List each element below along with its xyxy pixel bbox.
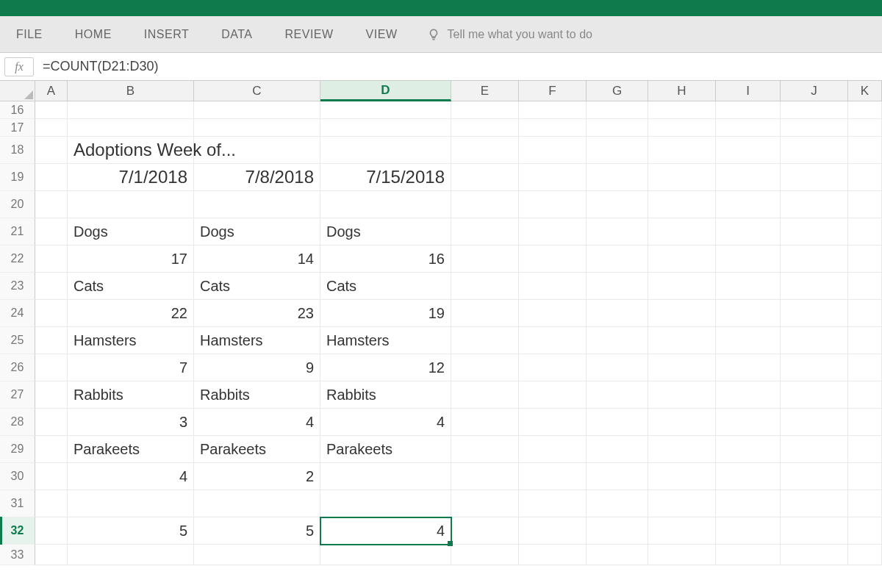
cell-I23[interactable] [716, 273, 781, 300]
col-header-B[interactable]: B [68, 81, 194, 101]
cell-J29[interactable] [781, 436, 848, 463]
cell-A29[interactable] [35, 436, 68, 463]
cell-G16[interactable] [587, 101, 648, 119]
cell-J23[interactable] [781, 273, 848, 300]
cell-C33[interactable] [194, 545, 320, 565]
cell-G21[interactable] [587, 218, 648, 245]
row-header-27[interactable]: 27 [0, 381, 35, 409]
row-header-30[interactable]: 30 [0, 463, 35, 490]
row-header-31[interactable]: 31 [0, 490, 35, 517]
fx-icon[interactable]: fx [4, 57, 34, 76]
cell-A28[interactable] [35, 409, 68, 436]
cell-F24[interactable] [519, 300, 587, 327]
cell-A16[interactable] [35, 101, 68, 119]
cell-D23[interactable]: Cats [320, 273, 451, 300]
row-header-17[interactable]: 17 [0, 119, 35, 137]
cell-G28[interactable] [587, 409, 648, 436]
row-header-22[interactable]: 22 [0, 245, 35, 273]
cell-E28[interactable] [451, 409, 519, 436]
cell-J33[interactable] [781, 545, 848, 565]
cell-K23[interactable] [848, 273, 882, 300]
cell-H24[interactable] [648, 300, 716, 327]
row-header-32[interactable]: 32 [0, 517, 35, 545]
tell-me-search[interactable]: Tell me what you want to do [414, 28, 592, 41]
cell-G20[interactable] [587, 191, 648, 218]
cell-B18[interactable]: Adoptions Week of... [68, 137, 194, 164]
tab-review[interactable]: REVIEW [268, 16, 349, 52]
cell-G27[interactable] [587, 381, 648, 409]
cell-D17[interactable] [320, 119, 451, 137]
cell-J20[interactable] [781, 191, 848, 218]
cell-A20[interactable] [35, 191, 68, 218]
cell-H30[interactable] [648, 463, 716, 490]
cell-B26[interactable]: 7 [68, 354, 194, 381]
cell-H19[interactable] [648, 164, 716, 191]
cell-D22[interactable]: 16 [320, 245, 451, 273]
cell-G24[interactable] [587, 300, 648, 327]
tab-file[interactable]: FILE [0, 16, 59, 52]
cell-G25[interactable] [587, 327, 648, 354]
cell-I17[interactable] [716, 119, 781, 137]
cell-K21[interactable] [848, 218, 882, 245]
row-header-19[interactable]: 19 [0, 164, 35, 191]
cell-B20[interactable] [68, 191, 194, 218]
cell-F23[interactable] [519, 273, 587, 300]
cell-C29[interactable]: Parakeets [194, 436, 320, 463]
cell-F21[interactable] [519, 218, 587, 245]
cell-D25[interactable]: Hamsters [320, 327, 451, 354]
cell-G26[interactable] [587, 354, 648, 381]
col-header-C[interactable]: C [194, 81, 320, 101]
row-header-20[interactable]: 20 [0, 191, 35, 218]
cell-A19[interactable] [35, 164, 68, 191]
cell-B32[interactable]: 5 [68, 517, 194, 545]
cell-J18[interactable] [781, 137, 848, 164]
cell-F18[interactable] [519, 137, 587, 164]
cell-E21[interactable] [451, 218, 519, 245]
cell-I16[interactable] [716, 101, 781, 119]
cell-H22[interactable] [648, 245, 716, 273]
row-header-18[interactable]: 18 [0, 137, 35, 164]
cell-D32[interactable]: 4 [320, 517, 451, 545]
cell-F22[interactable] [519, 245, 587, 273]
cell-F33[interactable] [519, 545, 587, 565]
cell-E33[interactable] [451, 545, 519, 565]
cell-H26[interactable] [648, 354, 716, 381]
row-header-26[interactable]: 26 [0, 354, 35, 381]
col-header-H[interactable]: H [648, 81, 716, 101]
cell-A23[interactable] [35, 273, 68, 300]
cell-K32[interactable] [848, 517, 882, 545]
cell-C17[interactable] [194, 119, 320, 137]
cell-J26[interactable] [781, 354, 848, 381]
cell-C26[interactable]: 9 [194, 354, 320, 381]
cell-I28[interactable] [716, 409, 781, 436]
cell-A25[interactable] [35, 327, 68, 354]
cell-F30[interactable] [519, 463, 587, 490]
cell-C23[interactable]: Cats [194, 273, 320, 300]
cell-B28[interactable]: 3 [68, 409, 194, 436]
cell-A22[interactable] [35, 245, 68, 273]
cell-G32[interactable] [587, 517, 648, 545]
cell-B27[interactable]: Rabbits [68, 381, 194, 409]
cell-I18[interactable] [716, 137, 781, 164]
cell-E17[interactable] [451, 119, 519, 137]
cell-C16[interactable] [194, 101, 320, 119]
cell-F32[interactable] [519, 517, 587, 545]
cell-D16[interactable] [320, 101, 451, 119]
cell-F20[interactable] [519, 191, 587, 218]
cell-B21[interactable]: Dogs [68, 218, 194, 245]
cell-J32[interactable] [781, 517, 848, 545]
cell-I27[interactable] [716, 381, 781, 409]
cell-E20[interactable] [451, 191, 519, 218]
cell-K27[interactable] [848, 381, 882, 409]
cell-E18[interactable] [451, 137, 519, 164]
cell-D26[interactable]: 12 [320, 354, 451, 381]
cell-K25[interactable] [848, 327, 882, 354]
cell-K18[interactable] [848, 137, 882, 164]
cell-B25[interactable]: Hamsters [68, 327, 194, 354]
cell-F31[interactable] [519, 490, 587, 517]
cell-I20[interactable] [716, 191, 781, 218]
row-header-25[interactable]: 25 [0, 327, 35, 354]
tab-insert[interactable]: INSERT [128, 16, 205, 52]
cell-E25[interactable] [451, 327, 519, 354]
cell-F17[interactable] [519, 119, 587, 137]
